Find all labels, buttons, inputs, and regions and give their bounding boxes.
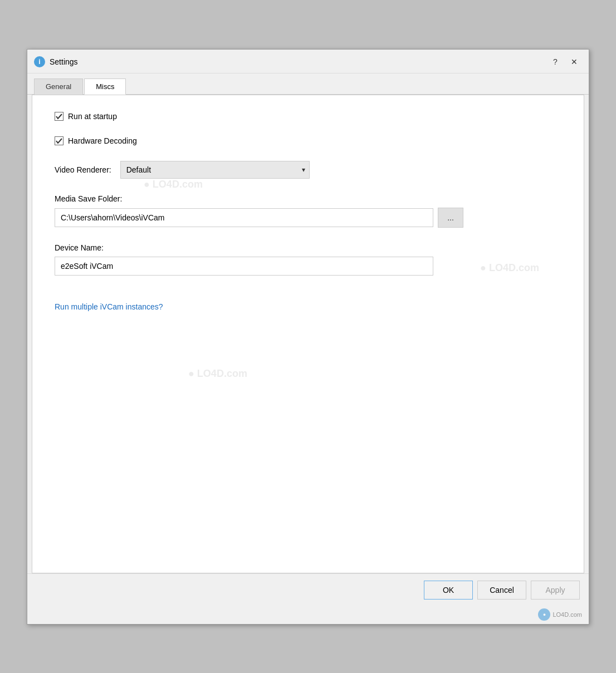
title-bar: i Settings ? ✕ xyxy=(27,50,589,73)
close-button[interactable]: ✕ xyxy=(566,54,582,70)
bottom-bar: OK Cancel Apply xyxy=(27,573,589,606)
checkmark-icon xyxy=(56,113,62,120)
tabs-area: General Miscs xyxy=(27,73,589,95)
device-name-input[interactable] xyxy=(55,257,433,276)
dialog-title: Settings xyxy=(50,57,78,66)
device-name-row: Device Name: xyxy=(55,243,561,276)
lo4d-watermark-bar: ● LO4D.com xyxy=(27,606,589,624)
app-icon: i xyxy=(34,56,45,67)
video-renderer-select[interactable]: Default DirectShow OpenGL xyxy=(120,161,310,179)
watermark-3: ● LO4D.com xyxy=(188,368,247,380)
media-save-folder-input[interactable] xyxy=(55,208,433,227)
settings-dialog: i Settings ? ✕ General Miscs ● LO4D.com … xyxy=(27,49,589,625)
tab-miscs[interactable]: Miscs xyxy=(84,78,126,95)
tab-general[interactable]: General xyxy=(34,78,83,95)
checkmark-icon-2 xyxy=(56,137,62,144)
video-renderer-dropdown-wrapper: Default DirectShow OpenGL ▾ xyxy=(120,161,310,179)
video-renderer-label: Video Renderer: xyxy=(55,165,111,174)
hardware-decoding-label: Hardware Decoding xyxy=(68,136,137,145)
ok-button[interactable]: OK xyxy=(424,581,473,600)
media-save-folder-label: Media Save Folder: xyxy=(55,194,561,203)
title-bar-right: ? ✕ xyxy=(547,54,582,70)
video-renderer-row: Video Renderer: Default DirectShow OpenG… xyxy=(55,161,561,179)
lo4d-watermark: ● LO4D.com xyxy=(538,608,582,621)
help-button[interactable]: ? xyxy=(547,54,563,70)
hardware-decoding-row: Hardware Decoding xyxy=(55,136,561,145)
run-at-startup-row: Run at startup xyxy=(55,112,561,121)
media-save-folder-row: Media Save Folder: ... xyxy=(55,194,561,228)
browse-button[interactable]: ... xyxy=(438,208,463,228)
run-at-startup-label: Run at startup xyxy=(68,112,117,121)
folder-input-row: ... xyxy=(55,208,561,228)
run-at-startup-checkbox[interactable] xyxy=(55,112,63,121)
cancel-button[interactable]: Cancel xyxy=(477,581,526,600)
title-bar-left: i Settings xyxy=(34,56,78,67)
lo4d-text: LO4D.com xyxy=(553,611,582,618)
watermark-1: ● LO4D.com xyxy=(144,179,203,190)
apply-button[interactable]: Apply xyxy=(531,581,580,600)
lo4d-logo: ● xyxy=(538,608,550,621)
multiple-instances-link[interactable]: Run multiple iVCam instances? xyxy=(55,302,163,311)
hardware-decoding-checkbox[interactable] xyxy=(55,136,63,145)
content-area: ● LO4D.com ● LO4D.com ● LO4D.com Run at … xyxy=(32,95,584,573)
device-name-label: Device Name: xyxy=(55,243,561,252)
